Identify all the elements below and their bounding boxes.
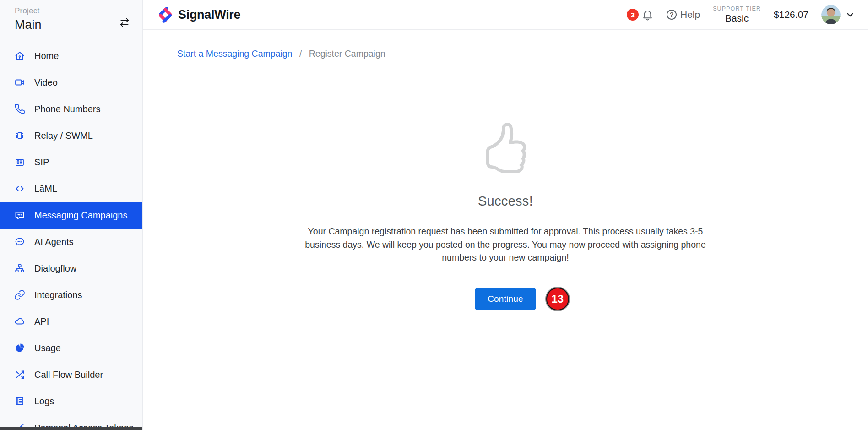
- breadcrumb-link[interactable]: Start a Messaging Campaign: [177, 49, 292, 59]
- sidebar-nav: Home Video Phone Numbers Relay / SWML SI…: [0, 43, 142, 430]
- brand-name: SignalWire: [178, 8, 240, 22]
- sidebar-item-label: Logs: [34, 396, 54, 407]
- sidebar-item-integrations[interactable]: Integrations: [0, 282, 142, 308]
- help-button[interactable]: ? Help: [667, 9, 700, 20]
- sidebar-item-label: Relay / SWML: [34, 131, 93, 141]
- cloud-icon: [14, 316, 26, 327]
- sidebar-item-label: Call Flow Builder: [34, 370, 103, 380]
- sidebar-item-relay-swml[interactable]: Relay / SWML: [0, 122, 142, 149]
- continue-button[interactable]: Continue: [475, 288, 536, 310]
- sidebar-item-label: LāML: [34, 184, 57, 194]
- sidebar-item-label: Video: [34, 77, 58, 88]
- sidebar-item-label: API: [34, 316, 49, 327]
- app-window: Project Main Home Video Phone Numbers: [0, 0, 868, 430]
- sidebar-item-label: Usage: [34, 343, 61, 354]
- code-icon: [14, 183, 26, 195]
- sidebar-item-logs[interactable]: Logs: [0, 388, 142, 414]
- sidebar-item-label: Home: [34, 51, 59, 61]
- sidebar-item-label: Messaging Campaigns: [34, 210, 127, 221]
- home-icon: [14, 50, 26, 62]
- thumbs-up-icon: [480, 123, 531, 176]
- chevron-down-icon: [845, 10, 855, 20]
- horizontal-scrollbar-thumb[interactable]: [0, 427, 143, 430]
- breadcrumb: Start a Messaging Campaign / Register Ca…: [143, 30, 868, 59]
- signalwire-logo[interactable]: SignalWire: [157, 5, 240, 24]
- sidebar-item-label: Phone Numbers: [34, 104, 101, 114]
- click-annotation-badge: 13: [546, 288, 569, 310]
- sidebar-item-call-flow-builder[interactable]: Call Flow Builder: [0, 361, 142, 388]
- sidebar-item-l-ml[interactable]: LāML: [0, 175, 142, 202]
- success-message: Your Campaign registration request has b…: [289, 225, 722, 264]
- ai-chat-icon: [14, 236, 26, 248]
- sidebar-item-video[interactable]: Video: [0, 69, 142, 96]
- link-icon: [14, 289, 26, 301]
- user-avatar: [821, 5, 841, 24]
- phone-icon: [14, 103, 26, 115]
- swap-horizontal-icon[interactable]: [118, 16, 131, 29]
- sidebar-item-home[interactable]: Home: [0, 43, 142, 69]
- support-tier-value: Basic: [713, 13, 761, 24]
- sidebar-item-label: SIP: [34, 157, 49, 168]
- main-content: Start a Messaging Campaign / Register Ca…: [143, 30, 868, 430]
- video-camera-icon: [14, 76, 26, 88]
- top-header: SignalWire 3 ? Help: [143, 0, 868, 30]
- bell-icon: [641, 9, 654, 21]
- sidebar-item-label: Integrations: [34, 290, 82, 300]
- flow-nodes-icon: [14, 262, 26, 274]
- help-label: Help: [680, 9, 700, 20]
- sidebar-item-label: Dialogflow: [34, 263, 76, 274]
- chip-icon: [14, 130, 26, 142]
- message-bubble-icon: [14, 209, 26, 221]
- breadcrumb-separator: /: [299, 49, 302, 59]
- sidebar-item-sip[interactable]: SIP: [0, 149, 142, 175]
- project-label: Project: [15, 6, 131, 16]
- support-tier: SUPPORT TIER Basic: [713, 5, 761, 24]
- sip-device-icon: [14, 156, 26, 168]
- sidebar-item-dialogflow[interactable]: Dialogflow: [0, 255, 142, 282]
- support-tier-label: SUPPORT TIER: [713, 5, 761, 12]
- breadcrumb-current: Register Campaign: [309, 49, 385, 59]
- sidebar-item-label: AI Agents: [34, 237, 74, 247]
- account-balance[interactable]: $126.07: [774, 9, 808, 20]
- page-title: Success!: [478, 194, 533, 209]
- signalwire-logo-icon: [157, 5, 174, 24]
- sidebar: Project Main Home Video Phone Numbers: [0, 0, 143, 430]
- sidebar-item-messaging-campaigns[interactable]: Messaging Campaigns: [0, 202, 142, 229]
- notification-badge: 3: [627, 9, 639, 21]
- sidebar-item-api[interactable]: API: [0, 308, 142, 335]
- sidebar-item-phone-numbers[interactable]: Phone Numbers: [0, 96, 142, 122]
- logs-book-icon: [14, 395, 26, 407]
- sidebar-item-ai-agents[interactable]: AI Agents: [0, 229, 142, 255]
- shuffle-icon: [14, 369, 26, 381]
- project-name: Main: [15, 18, 131, 32]
- pie-chart-icon: [14, 342, 26, 354]
- notifications-button[interactable]: 3: [627, 9, 654, 21]
- question-circle-icon: ?: [667, 10, 677, 20]
- project-switcher-block: Project Main: [0, 0, 142, 32]
- sidebar-item-usage[interactable]: Usage: [0, 335, 142, 361]
- account-menu[interactable]: [821, 5, 855, 24]
